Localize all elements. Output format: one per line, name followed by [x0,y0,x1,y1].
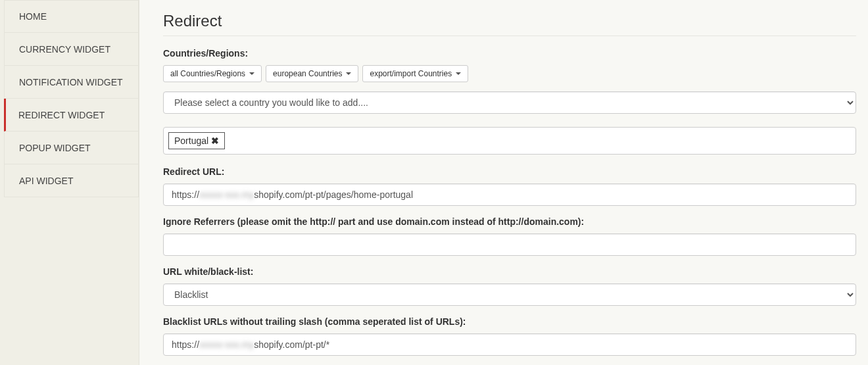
btn-label: all Countries/Regions [170,69,245,78]
sidebar-item-label: API WIDGET [19,176,73,186]
blacklist-urls-input[interactable]: https://xxxxx-xxx.myshopify.com/pt-pt/* [163,333,856,356]
wb-list-label: URL white/black-list: [163,266,856,277]
caret-down-icon [456,72,461,75]
caret-down-icon [346,72,351,75]
export-import-countries-button[interactable]: export/import Countries [362,65,468,82]
country-token-portugal[interactable]: Portugal ✖ [168,132,225,149]
sidebar-item-api[interactable]: API WIDGET [4,164,139,197]
ignore-referrers-input[interactable] [163,233,856,256]
url-blurred: xxxxx-xxx.my [199,339,254,350]
url-prefix: https:// [172,339,199,350]
sidebar-item-redirect[interactable]: REDIRECT WIDGET [4,99,139,132]
sidebar-item-label: REDIRECT WIDGET [18,110,105,120]
token-label: Portugal [174,135,208,146]
sidebar-item-home[interactable]: HOME [4,0,139,33]
url-suffix: shopify.com/pt-pt/* [254,339,329,350]
url-prefix: https:// [172,189,199,200]
wb-list-select[interactable]: Blacklist [163,283,856,306]
sidebar: HOME CURRENCY WIDGET NOTIFICATION WIDGET… [0,0,139,365]
sidebar-item-label: NOTIFICATION WIDGET [19,77,123,87]
country-select[interactable]: Please select a country you would like t… [163,91,856,114]
european-countries-button[interactable]: european Countries [266,65,358,82]
redirect-url-label: Redirect URL: [163,166,856,177]
url-blurred: xxxxx-xxx.my [199,189,254,200]
sidebar-item-popup[interactable]: POPUP WIDGET [4,132,139,164]
all-countries-button[interactable]: all Countries/Regions [163,65,262,82]
sidebar-item-label: CURRENCY WIDGET [19,44,110,55]
page-title: Redirect [163,12,856,36]
redirect-url-input[interactable]: https://xxxxx-xxx.myshopify.com/pt-pt/pa… [163,183,856,206]
sidebar-item-label: POPUP WIDGET [19,143,91,153]
selected-countries-box[interactable]: Portugal ✖ [163,127,856,155]
sidebar-item-currency[interactable]: CURRENCY WIDGET [4,33,139,66]
btn-label: european Countries [273,69,342,78]
blacklist-urls-label: Blacklist URLs without trailing slash (c… [163,316,856,327]
main-content: Redirect Countries/Regions: all Countrie… [139,0,868,365]
url-suffix: shopify.com/pt-pt/pages/home-portugal [254,189,413,200]
sidebar-item-label: HOME [19,11,47,22]
btn-label: export/import Countries [370,69,452,78]
countries-label: Countries/Regions: [163,48,856,59]
remove-token-icon[interactable]: ✖ [211,135,219,146]
ignore-referrers-label: Ignore Referrers (please omit the http:/… [163,216,856,227]
sidebar-item-notification[interactable]: NOTIFICATION WIDGET [4,66,139,99]
caret-down-icon [249,72,254,75]
